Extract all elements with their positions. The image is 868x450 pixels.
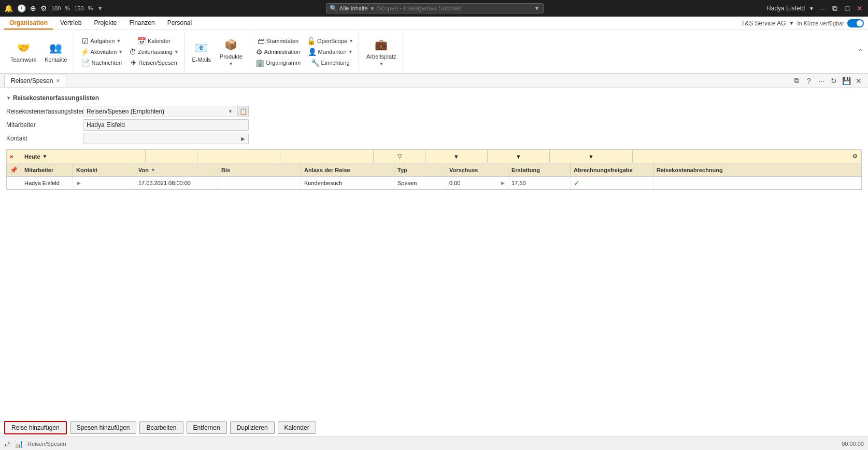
filter-today-cell[interactable]: Heute ▼ (21, 150, 146, 163)
filter-today-arrow: ▼ (42, 153, 48, 159)
filter-arrow2[interactable]: ▼ (488, 150, 550, 163)
filter-settings-icon: ⚙ (852, 153, 858, 160)
search-dropdown-icon[interactable]: ▼ (534, 5, 540, 12)
save-btn[interactable]: 💾 (841, 76, 851, 86)
tab-close-icon[interactable]: × (56, 77, 60, 85)
maximize-btn[interactable]: □ (843, 4, 851, 12)
add-circle-icon[interactable]: ⊕ (30, 4, 36, 12)
nav-tab-projekte[interactable]: Projekte (89, 17, 122, 30)
filter-arrow3[interactable]: ▼ (550, 150, 633, 163)
btn-spesen-hinzufuegen[interactable]: Spesen hinzufügen (70, 421, 137, 434)
ribbon-stammdaten[interactable]: 🗃 Stammdaten (253, 36, 303, 46)
close-tab-btn[interactable]: ✕ (853, 76, 864, 86)
ribbon-administration[interactable]: ⚙ Administration (253, 47, 303, 57)
arbeitsplatz-label: Arbeitsplatz (366, 53, 396, 60)
nav-tab-personal[interactable]: Personal (162, 17, 197, 30)
mandanten-icon: 👤 (308, 48, 317, 56)
grid-filter-row: × Heute ▼ ▽ ▼ ▼ ▼ ⚙ (7, 150, 861, 163)
user-dropdown-icon[interactable]: ▼ (809, 6, 814, 11)
zeiterfassung-arrow: ▼ (174, 49, 179, 54)
header-mitarbeiter[interactable]: Mitarbeiter (21, 163, 73, 176)
company-dropdown-icon[interactable]: ▼ (789, 20, 794, 26)
header-typ[interactable]: Typ (394, 163, 446, 176)
field-kontakt[interactable]: ▶ (83, 133, 249, 144)
filter-empty1 (146, 150, 197, 163)
btn-entfernen[interactable]: Entfernen (187, 421, 227, 434)
nav-tab-vertrieb[interactable]: Vertrieb (55, 17, 87, 30)
coming-soon-toggle[interactable] (847, 19, 864, 27)
filter-x-cell[interactable]: × (7, 150, 21, 163)
filter-settings-cell[interactable]: ⚙ (633, 150, 861, 163)
help-btn[interactable]: ? (804, 76, 814, 86)
ribbon-collapse[interactable]: ⌃ (858, 32, 864, 71)
search-filter-label: Alle Inhalte (339, 5, 367, 11)
percent-icon: % (65, 5, 70, 11)
aktivitaeten-icon: ⚡ (80, 48, 89, 56)
header-von[interactable]: Von ▼ (135, 163, 218, 176)
status-tab-label: Reisen/Spesen (27, 441, 66, 447)
ribbon-mandanten[interactable]: 👤 Mandanten ▼ (305, 47, 355, 57)
ribbon-arbeitsplatz[interactable]: 💼 Arbeitsplatz ▼ (363, 35, 399, 68)
ribbon-aktivitaeten[interactable]: ⚡ Aktivitäten ▼ (78, 47, 125, 57)
ribbon-organigramm[interactable]: 🏢 Organigramm (253, 58, 303, 68)
tab-area: Reisen/Spesen × ⧉ ? ··· ↻ 💾 ✕ (0, 74, 868, 88)
btn-kalender[interactable]: Kalender (278, 421, 316, 434)
filter-funnel-cell[interactable]: ▽ (374, 150, 425, 163)
field-list-btn[interactable]: 📋 (237, 106, 249, 117)
status-chart-icon: 📊 (15, 440, 23, 448)
filter-today-label: Heute (24, 153, 40, 160)
row-vorschuss-arrow: ▶ (501, 180, 505, 186)
btn-bearbeiten[interactable]: Bearbeiten (139, 421, 183, 434)
field-select-value: Reisen/Spesen (Empfohlen) (87, 108, 164, 115)
btn-reise-hinzufuegen[interactable]: Reise hinzufügen (4, 421, 67, 434)
ribbon-teamwork[interactable]: 🤝 Teamwork (7, 38, 39, 65)
close-btn[interactable]: ✕ (856, 4, 864, 12)
header-erstattung[interactable]: Erstattung (508, 163, 571, 176)
row-erstattung-value: 17,50 (511, 180, 526, 186)
header-anlass-label: Anlass der Reise (304, 167, 350, 173)
header-pin: 📌 (7, 163, 21, 176)
table-row[interactable]: Hadya Eisfeld ▶ 17.03.2021 08:00:00 Kund… (7, 177, 861, 189)
row-abrechnungsfreigabe: ✓ (571, 177, 653, 189)
header-abrechnungsfreigabe[interactable]: Abrechnungsfreigabe (571, 163, 653, 176)
ribbon-nachrichten[interactable]: 📄 Nachrichten (78, 58, 125, 68)
ribbon-einrichtung[interactable]: 🔧 Einrichtung (305, 58, 355, 68)
filter-empty3 (280, 150, 374, 163)
minimize-btn[interactable]: — (818, 4, 827, 12)
produkte-label: Produkte (220, 53, 243, 60)
field-select-list[interactable]: Reisen/Spesen (Empfohlen) ▼ (83, 106, 236, 117)
ribbon-emails[interactable]: 📧 E-Mails (189, 38, 215, 65)
btn-duplizieren[interactable]: Duplizieren (230, 421, 275, 434)
emails-label: E-Mails (192, 57, 211, 63)
ribbon-aufgaben[interactable]: ☑ Aufgaben ▼ (78, 36, 125, 46)
restore-btn[interactable]: ⧉ (831, 4, 839, 12)
nav-bar: Organisation Vertrieb Projekte Finanzen … (0, 17, 868, 30)
notification-icon[interactable]: 🔔 (4, 4, 13, 12)
ribbon-items-comm: 📧 E-Mails 📦 Produkte ▼ (189, 32, 246, 71)
more-btn[interactable]: ··· (816, 76, 827, 86)
nav-tab-finanzen[interactable]: Finanzen (124, 17, 160, 30)
ribbon-produkte[interactable]: 📦 Produkte ▼ (217, 35, 246, 68)
dropdown-arrow-icon[interactable]: ▼ (97, 5, 103, 12)
nav-tab-organisation[interactable]: Organisation (4, 17, 53, 30)
header-bis[interactable]: Bis (218, 163, 301, 176)
ribbon-openscope[interactable]: 🔓 OpenScope ▼ (305, 36, 355, 46)
refresh-btn[interactable]: ↻ (829, 76, 839, 86)
header-vorschuss[interactable]: Vorschuss (446, 163, 508, 176)
ribbon-reisen[interactable]: ✈ Reisen/Spesen (127, 58, 181, 68)
row-mitarbeiter-value: Hadya Eisfeld (24, 180, 60, 186)
header-kontakt[interactable]: Kontakt (73, 163, 135, 176)
search-bar[interactable]: 🔍 Alle Inhalte ▼ ▼ (326, 3, 544, 13)
filter-arrow1[interactable]: ▼ (425, 150, 488, 163)
tab-reisen-spesen[interactable]: Reisen/Spesen × (4, 75, 66, 87)
ribbon-zeiterfassung[interactable]: ⏱ Zeiterfassung ▼ (127, 47, 181, 57)
ribbon-kalender[interactable]: 📅 Kalender (127, 36, 181, 46)
search-input[interactable] (377, 5, 532, 12)
clock-icon[interactable]: 🕐 (17, 4, 26, 12)
ribbon-col-admin-left: 🗃 Stammdaten ⚙ Administration 🏢 Organigr… (253, 36, 303, 68)
header-anlass[interactable]: Anlass der Reise (301, 163, 394, 176)
header-reisekostenabrechnung[interactable]: Reisekostenabrechnung (653, 163, 861, 176)
settings-icon[interactable]: ⚙ (40, 4, 47, 12)
ribbon-kontakte[interactable]: 👥 Kontakte (41, 38, 70, 65)
copy-btn[interactable]: ⧉ (791, 76, 802, 86)
